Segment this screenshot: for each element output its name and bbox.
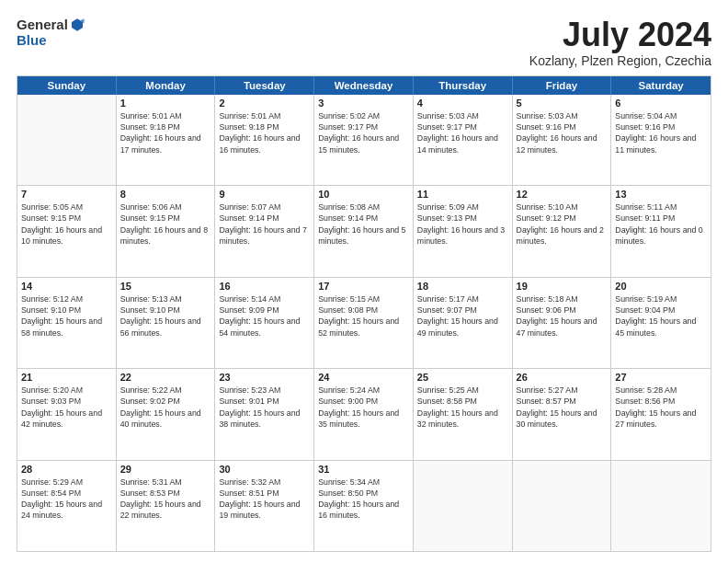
day-info: Sunrise: 5:10 AMSunset: 9:12 PMDaylight:… <box>517 201 608 247</box>
day-number: 4 <box>417 98 508 109</box>
day-cell-28: 28Sunrise: 5:29 AMSunset: 8:54 PMDayligh… <box>17 461 117 551</box>
day-number: 20 <box>615 281 707 292</box>
title-block: July 2024 Kozlany, Plzen Region, Czechia <box>529 17 711 68</box>
day-number: 1 <box>120 98 211 109</box>
day-cell-21: 21Sunrise: 5:20 AMSunset: 9:03 PMDayligh… <box>17 369 117 459</box>
header-day-tuesday: Tuesday <box>215 76 314 95</box>
day-info: Sunrise: 5:03 AMSunset: 9:16 PMDaylight:… <box>517 110 608 155</box>
day-cell-4: 4Sunrise: 5:03 AMSunset: 9:17 PMDaylight… <box>414 95 513 185</box>
day-cell-13: 13Sunrise: 5:11 AMSunset: 9:11 PMDayligh… <box>611 186 711 276</box>
day-info: Sunrise: 5:05 AMSunset: 9:15 PMDaylight:… <box>21 201 112 247</box>
day-info: Sunrise: 5:25 AMSunset: 8:58 PMDaylight:… <box>417 385 508 430</box>
day-info: Sunrise: 5:31 AMSunset: 8:53 PMDaylight:… <box>120 477 211 522</box>
day-cell-1: 1Sunrise: 5:01 AMSunset: 9:18 PMDaylight… <box>117 95 216 185</box>
day-info: Sunrise: 5:01 AMSunset: 9:18 PMDaylight:… <box>120 110 211 155</box>
day-info: Sunrise: 5:32 AMSunset: 8:51 PMDaylight:… <box>219 477 310 522</box>
empty-cell <box>17 95 117 185</box>
day-info: Sunrise: 5:09 AMSunset: 9:13 PMDaylight:… <box>417 201 508 247</box>
header-day-friday: Friday <box>513 76 612 95</box>
day-number: 23 <box>219 372 310 383</box>
day-cell-27: 27Sunrise: 5:28 AMSunset: 8:56 PMDayligh… <box>611 369 711 459</box>
day-number: 10 <box>318 189 409 200</box>
day-cell-9: 9Sunrise: 5:07 AMSunset: 9:14 PMDaylight… <box>215 186 314 276</box>
header-day-sunday: Sunday <box>17 76 117 95</box>
day-cell-18: 18Sunrise: 5:17 AMSunset: 9:07 PMDayligh… <box>414 278 513 368</box>
day-cell-20: 20Sunrise: 5:19 AMSunset: 9:04 PMDayligh… <box>611 278 711 368</box>
day-number: 14 <box>21 281 112 292</box>
day-cell-26: 26Sunrise: 5:27 AMSunset: 8:57 PMDayligh… <box>513 369 612 459</box>
day-number: 6 <box>615 98 707 109</box>
day-number: 7 <box>21 189 112 200</box>
logo-text: General Blue <box>17 17 85 49</box>
day-info: Sunrise: 5:11 AMSunset: 9:11 PMDaylight:… <box>615 201 707 247</box>
day-cell-22: 22Sunrise: 5:22 AMSunset: 9:02 PMDayligh… <box>117 369 216 459</box>
day-cell-29: 29Sunrise: 5:31 AMSunset: 8:53 PMDayligh… <box>117 461 216 551</box>
day-cell-3: 3Sunrise: 5:02 AMSunset: 9:17 PMDaylight… <box>314 95 414 185</box>
day-number: 24 <box>318 372 409 383</box>
day-number: 18 <box>417 281 508 292</box>
week-row-1: 1Sunrise: 5:01 AMSunset: 9:18 PMDaylight… <box>17 95 711 186</box>
day-info: Sunrise: 5:18 AMSunset: 9:06 PMDaylight:… <box>517 293 608 339</box>
day-info: Sunrise: 5:27 AMSunset: 8:57 PMDaylight:… <box>517 385 608 430</box>
day-number: 27 <box>615 372 707 383</box>
day-cell-30: 30Sunrise: 5:32 AMSunset: 8:51 PMDayligh… <box>215 461 314 551</box>
day-info: Sunrise: 5:29 AMSunset: 8:54 PMDaylight:… <box>21 477 112 522</box>
day-info: Sunrise: 5:24 AMSunset: 9:00 PMDaylight:… <box>318 385 409 430</box>
day-info: Sunrise: 5:08 AMSunset: 9:14 PMDaylight:… <box>318 201 409 247</box>
day-number: 31 <box>318 464 409 475</box>
calendar-header: SundayMondayTuesdayWednesdayThursdayFrid… <box>17 76 711 95</box>
day-cell-24: 24Sunrise: 5:24 AMSunset: 9:00 PMDayligh… <box>314 369 414 459</box>
day-cell-12: 12Sunrise: 5:10 AMSunset: 9:12 PMDayligh… <box>513 186 612 276</box>
day-info: Sunrise: 5:07 AMSunset: 9:14 PMDaylight:… <box>219 201 310 247</box>
day-cell-15: 15Sunrise: 5:13 AMSunset: 9:10 PMDayligh… <box>117 278 216 368</box>
day-info: Sunrise: 5:20 AMSunset: 9:03 PMDaylight:… <box>21 385 112 430</box>
day-number: 11 <box>417 189 508 200</box>
day-info: Sunrise: 5:13 AMSunset: 9:10 PMDaylight:… <box>120 293 211 339</box>
day-info: Sunrise: 5:22 AMSunset: 9:02 PMDaylight:… <box>120 385 211 430</box>
header-day-saturday: Saturday <box>611 76 711 95</box>
day-number: 3 <box>318 98 409 109</box>
week-row-5: 28Sunrise: 5:29 AMSunset: 8:54 PMDayligh… <box>17 461 711 551</box>
empty-cell <box>513 461 612 551</box>
empty-cell <box>611 461 711 551</box>
calendar: SundayMondayTuesdayWednesdayThursdayFrid… <box>17 75 711 552</box>
day-cell-7: 7Sunrise: 5:05 AMSunset: 9:15 PMDaylight… <box>17 186 117 276</box>
day-cell-14: 14Sunrise: 5:12 AMSunset: 9:10 PMDayligh… <box>17 278 117 368</box>
day-number: 19 <box>517 281 608 292</box>
day-info: Sunrise: 5:14 AMSunset: 9:09 PMDaylight:… <box>219 293 310 339</box>
day-info: Sunrise: 5:02 AMSunset: 9:17 PMDaylight:… <box>318 110 409 155</box>
logo-blue: Blue <box>17 33 85 49</box>
day-info: Sunrise: 5:17 AMSunset: 9:07 PMDaylight:… <box>417 293 508 339</box>
day-number: 5 <box>517 98 608 109</box>
header-day-wednesday: Wednesday <box>314 76 414 95</box>
header: General Blue July 2024 Kozlany, Plzen Re… <box>17 17 711 68</box>
day-cell-5: 5Sunrise: 5:03 AMSunset: 9:16 PMDaylight… <box>513 95 612 185</box>
day-number: 2 <box>219 98 310 109</box>
day-number: 25 <box>417 372 508 383</box>
day-cell-10: 10Sunrise: 5:08 AMSunset: 9:14 PMDayligh… <box>314 186 414 276</box>
day-number: 28 <box>21 464 112 475</box>
day-number: 29 <box>120 464 211 475</box>
calendar-body: 1Sunrise: 5:01 AMSunset: 9:18 PMDaylight… <box>17 95 711 551</box>
day-info: Sunrise: 5:12 AMSunset: 9:10 PMDaylight:… <box>21 293 112 339</box>
day-cell-11: 11Sunrise: 5:09 AMSunset: 9:13 PMDayligh… <box>414 186 513 276</box>
day-cell-31: 31Sunrise: 5:34 AMSunset: 8:50 PMDayligh… <box>314 461 414 551</box>
page: General Blue July 2024 Kozlany, Plzen Re… <box>0 0 728 563</box>
day-number: 8 <box>120 189 211 200</box>
day-cell-19: 19Sunrise: 5:18 AMSunset: 9:06 PMDayligh… <box>513 278 612 368</box>
subtitle: Kozlany, Plzen Region, Czechia <box>529 53 711 68</box>
logo-general: General <box>17 17 68 33</box>
day-cell-23: 23Sunrise: 5:23 AMSunset: 9:01 PMDayligh… <box>215 369 314 459</box>
day-number: 21 <box>21 372 112 383</box>
day-number: 16 <box>219 281 310 292</box>
day-info: Sunrise: 5:03 AMSunset: 9:17 PMDaylight:… <box>417 110 508 155</box>
empty-cell <box>414 461 513 551</box>
week-row-3: 14Sunrise: 5:12 AMSunset: 9:10 PMDayligh… <box>17 278 711 369</box>
day-info: Sunrise: 5:19 AMSunset: 9:04 PMDaylight:… <box>615 293 707 339</box>
day-info: Sunrise: 5:06 AMSunset: 9:15 PMDaylight:… <box>120 201 211 247</box>
week-row-4: 21Sunrise: 5:20 AMSunset: 9:03 PMDayligh… <box>17 369 711 460</box>
day-cell-16: 16Sunrise: 5:14 AMSunset: 9:09 PMDayligh… <box>215 278 314 368</box>
main-title: July 2024 <box>529 17 711 53</box>
day-number: 22 <box>120 372 211 383</box>
header-day-monday: Monday <box>117 76 216 95</box>
